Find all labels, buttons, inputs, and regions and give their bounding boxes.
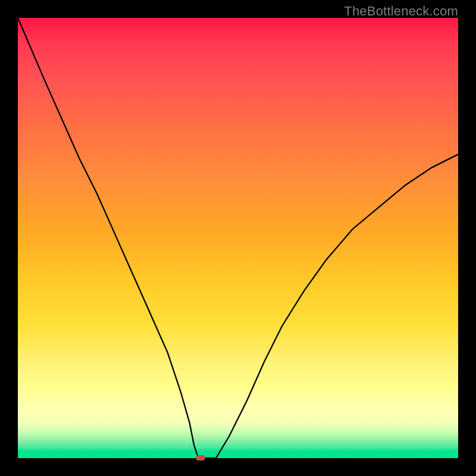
plot-area [18, 18, 458, 458]
watermark-text: TheBottleneck.com [344, 4, 458, 19]
bottleneck-marker [196, 455, 205, 461]
bottleneck-curve [18, 18, 458, 458]
chart-frame: TheBottleneck.com [0, 0, 476, 476]
